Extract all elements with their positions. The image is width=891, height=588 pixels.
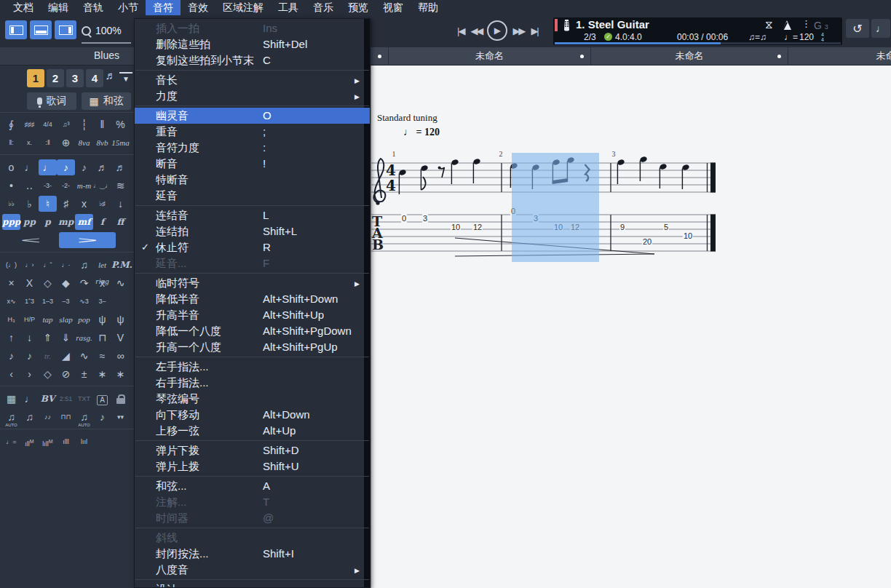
open-repeat-icon[interactable]: ‖:	[2, 135, 20, 151]
menu-item[interactable]: 升高一个八度Alt+Shift+PgUp	[135, 339, 370, 355]
beam-break-icon[interactable]: ♪♪	[39, 409, 57, 425]
right-hand-icon[interactable]: ψ	[111, 311, 130, 327]
octave-up-icon[interactable]: 8va	[75, 135, 93, 151]
notes-tool-button[interactable]: ♬	[103, 69, 118, 82]
menubar-item-4[interactable]: 小节	[111, 0, 146, 15]
slide-in-icon[interactable]: –3	[57, 293, 75, 309]
double-sharp-icon[interactable]: x	[75, 196, 93, 212]
fret-number[interactable]: 9	[619, 223, 625, 231]
duration-marker-icon[interactable]: 2:51	[57, 391, 75, 407]
arpeggio-down-icon[interactable]: ⇓	[57, 330, 75, 346]
fret-number[interactable]: 10	[683, 231, 693, 240]
cross-note-icon[interactable]: X	[20, 275, 39, 291]
metronome-icon[interactable]	[783, 20, 791, 30]
voice-button-2[interactable]: 2	[47, 69, 64, 87]
playback-progress-bar[interactable]	[555, 42, 841, 44]
fret-number[interactable]: 20	[642, 237, 652, 246]
slapping-icon[interactable]: slap	[57, 311, 75, 327]
layout-linear-button[interactable]	[30, 20, 52, 39]
slide-out-icon[interactable]: 3–	[93, 293, 111, 309]
eighth-note-icon[interactable]: ♪	[57, 159, 75, 175]
wide-vibrato-icon[interactable]: ≈	[93, 348, 111, 364]
fast-forward-button[interactable]: ▶▶	[511, 24, 526, 38]
velocity-m1-icon[interactable]: ıllM	[20, 434, 39, 450]
menu-item[interactable]: 注解...T	[135, 494, 370, 510]
hourglass-icon[interactable]: ⧖	[765, 18, 773, 31]
ring-mark-icon[interactable]: ⊘	[57, 366, 75, 382]
natural-icon[interactable]: ♮	[39, 196, 57, 212]
duplet-icon[interactable]: -2-	[57, 178, 75, 194]
grace-before-icon[interactable]: ♪	[2, 348, 20, 364]
velocity-m2-icon[interactable]: lıllM	[39, 434, 57, 450]
dynamic-f-icon[interactable]: f	[93, 214, 111, 230]
coda-icon[interactable]: ⊕	[57, 135, 75, 151]
menu-item[interactable]: 弹片上拨Shift+U	[135, 458, 370, 474]
beam-double-icon[interactable]: ⊓⊓	[57, 409, 75, 425]
menubar-item-7[interactable]: 区域注解	[215, 0, 271, 15]
simile-mark-icon[interactable]: %	[111, 116, 130, 132]
text-marker-icon[interactable]: TXT	[75, 391, 93, 407]
treble-clef-icon[interactable]: ∮	[2, 116, 20, 132]
natural-harmonic-icon[interactable]: ◇	[39, 275, 57, 291]
document-tab-3[interactable]: 未命名	[591, 47, 788, 65]
slide-wave-icon[interactable]: ∿	[111, 275, 130, 291]
fret-number[interactable]: 0	[401, 214, 407, 223]
menubar-item-1[interactable]: 文档	[6, 0, 41, 15]
artificial-harmonic-icon[interactable]: ◆	[57, 275, 75, 291]
menu-item[interactable]: 音符力度:	[135, 140, 370, 156]
menu-item[interactable]: 断音!	[135, 156, 370, 172]
voice-button-1[interactable]: 1	[27, 69, 44, 87]
stroke-up-icon[interactable]: ↑	[2, 330, 20, 346]
menu-item[interactable]: 右手指法...	[135, 375, 370, 391]
chords-button[interactable]: ▦ 和弦	[82, 92, 131, 110]
double-dotted-note-icon[interactable]: ‥	[20, 178, 39, 194]
arpeggio-icon[interactable]: ≋	[111, 178, 130, 194]
menu-item[interactable]: 向下移动Alt+Down	[135, 407, 370, 423]
menu-item[interactable]: 特断音	[135, 172, 370, 188]
trill-icon[interactable]: tr.	[39, 348, 57, 364]
menu-item[interactable]: 设计▶	[135, 581, 370, 588]
left-hand-icon[interactable]: ψ	[93, 311, 111, 327]
semitone-down-icon[interactable]: ↓	[111, 196, 130, 212]
chord-diagram-icon[interactable]: ▦	[2, 391, 20, 407]
tremolo-bar-icon[interactable]: x	[93, 275, 111, 291]
legato-icon[interactable]: ♫	[75, 257, 93, 273]
more-options-icon[interactable]: ⋮	[801, 18, 811, 29]
menu-item[interactable]: 时间器@	[135, 510, 370, 526]
voice-button-3[interactable]: 3	[66, 69, 84, 87]
sharp-icon[interactable]: ♯	[57, 196, 75, 212]
zoom-control[interactable]: 100%	[82, 22, 132, 39]
star-effect-icon[interactable]: ∗	[93, 366, 111, 382]
skip-to-end-button[interactable]: ▶|	[529, 24, 539, 38]
menu-item[interactable]: 降低一个八度Alt+Shift+PgDown	[135, 323, 370, 339]
time-signature-icon[interactable]: 4/4	[39, 116, 57, 132]
slide-wave-3-icon[interactable]: ∿3	[75, 293, 93, 309]
layout-multitrack-button[interactable]	[55, 20, 76, 39]
multi-rest-icon[interactable]: x.	[20, 135, 39, 151]
key-signature-icon[interactable]: ♯♯♯	[20, 116, 39, 132]
whole-note-icon[interactable]: o	[2, 159, 20, 175]
lock-icon[interactable]	[111, 391, 130, 407]
vibrato-icon[interactable]: ∿	[75, 348, 93, 364]
metronome-note-button[interactable]: ♩	[871, 19, 890, 38]
eighth-note-alt-icon[interactable]: ♪	[75, 159, 93, 175]
fret-number[interactable]: 10	[451, 223, 461, 231]
annotation-box-icon[interactable]: A	[93, 391, 111, 407]
menu-item[interactable]: 幽灵音O	[135, 108, 370, 124]
pick-down-icon[interactable]: ⊓	[93, 330, 111, 346]
menu-item[interactable]: ✓休止符R	[135, 239, 370, 255]
dynamic-pp-icon[interactable]: pp	[20, 214, 39, 230]
dynamic-ppp-icon[interactable]: ppp	[2, 214, 20, 230]
decrescendo-icon[interactable]: >	[59, 232, 116, 248]
menu-item[interactable]: 音长▶	[135, 72, 370, 88]
heavy-accent-icon[interactable]: ♩ˆ	[39, 257, 57, 273]
fret-number[interactable]: 5	[663, 223, 669, 231]
stroke-down-icon[interactable]: ↓	[20, 330, 39, 346]
menu-item[interactable]: 复制这些拍到小节末C	[135, 52, 370, 68]
menubar-item-12[interactable]: 帮助	[411, 0, 446, 15]
hammer-pull-icon[interactable]: H/P	[20, 311, 39, 327]
plus-minus-icon[interactable]: ±	[75, 366, 93, 382]
collapse-tool-button[interactable]: ▼	[119, 72, 132, 83]
beam-up-icon[interactable]: ♪	[93, 409, 111, 425]
tapping-icon[interactable]: tap	[39, 311, 57, 327]
